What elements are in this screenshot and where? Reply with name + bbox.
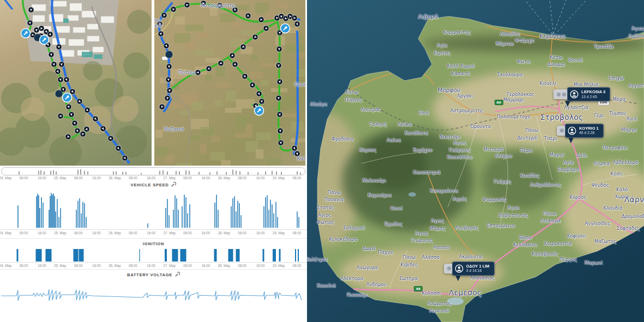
place-label: Παλαιομέτοχο xyxy=(497,114,530,119)
detail-map-2[interactable]: ΑστρομερίτηςΠάνωΖώδειαΠοτάμιΒυζακιάΟρούν… xyxy=(154,0,305,166)
waypoint-arrow-marker[interactable] xyxy=(167,88,172,93)
place-label: Μάμας xyxy=(430,226,446,231)
waypoint-arrow-marker[interactable] xyxy=(65,134,71,139)
vehicle-badge[interactable]: LEFKOSIA 313 d 2:45 xyxy=(567,87,610,101)
event-pin-marker[interactable] xyxy=(40,35,49,45)
waypoint-arrow-marker[interactable] xyxy=(75,128,80,133)
stop-marker[interactable] xyxy=(55,90,63,98)
waypoint-arrow-marker[interactable] xyxy=(58,113,63,119)
place-label: Άγιος xyxy=(431,218,444,223)
driver-avatar-icon xyxy=(568,126,576,135)
waypoint-arrow-marker[interactable] xyxy=(242,74,248,79)
waypoint-arrow-marker[interactable] xyxy=(39,26,44,31)
waypoint-arrow-marker[interactable] xyxy=(294,151,300,156)
waypoint-arrow-marker[interactable] xyxy=(159,104,165,110)
waypoint-arrow-marker[interactable] xyxy=(47,32,53,37)
vehicle-duration: 3 d 14:16 xyxy=(466,269,490,273)
waypoint-arrow-marker[interactable] xyxy=(276,63,281,68)
waypoint-arrow-marker[interactable] xyxy=(240,44,246,50)
waypoint-arrow-marker[interactable] xyxy=(66,104,71,110)
place-label: Αστρομερίτης xyxy=(450,108,484,113)
waypoint-arrow-marker[interactable] xyxy=(232,7,238,13)
waypoint-arrow-marker[interactable] xyxy=(59,62,64,67)
vehicle-speed-chart[interactable] xyxy=(0,189,307,229)
event-pin-marker[interactable] xyxy=(21,29,31,38)
place-label: Κυπερούντα xyxy=(430,188,458,193)
waypoint-arrow-marker[interactable] xyxy=(218,60,224,66)
waypoint-arrow-marker[interactable] xyxy=(55,69,61,74)
waypoint-arrow-marker[interactable] xyxy=(294,21,300,27)
place-label: Ευρύχου xyxy=(413,147,432,153)
wrench-icon[interactable] xyxy=(171,181,176,187)
stop-marker[interactable] xyxy=(165,51,173,58)
waypoint-arrow-marker[interactable] xyxy=(256,91,262,96)
waypoint-arrow-marker[interactable] xyxy=(252,34,258,40)
waypoint-arrow-marker[interactable] xyxy=(278,140,284,145)
waypoint-arrow-marker[interactable] xyxy=(217,3,222,8)
waypoint-arrow-marker[interactable] xyxy=(292,145,297,151)
wrench-icon[interactable] xyxy=(174,271,180,277)
waypoint-arrow-marker[interactable] xyxy=(58,77,63,82)
waypoint-arrow-marker[interactable] xyxy=(122,155,128,161)
waypoint-arrow-marker[interactable] xyxy=(232,62,238,67)
waypoint-arrow-marker[interactable] xyxy=(166,64,172,69)
waypoint-arrow-marker[interactable] xyxy=(184,2,190,8)
vehicle-badge[interactable]: KOYRIO 145 d 2:28 xyxy=(565,124,604,138)
waypoint-arrow-marker[interactable] xyxy=(164,43,169,48)
detail-map-1[interactable] xyxy=(0,0,152,166)
vehicle-badge[interactable]: ΟΔΟΥ 1 LIM3 d 14:16 xyxy=(452,262,495,276)
waypoint-arrow-marker[interactable] xyxy=(93,116,98,121)
waypoint-arrow-marker[interactable] xyxy=(277,79,282,84)
waypoint-arrow-marker[interactable] xyxy=(77,99,82,104)
waypoint-arrow-marker[interactable] xyxy=(27,20,33,26)
waypoint-arrow-marker[interactable] xyxy=(165,95,170,101)
waypoint-arrow-marker[interactable] xyxy=(278,128,283,133)
waypoint-arrow-marker[interactable] xyxy=(166,77,171,82)
waypoint-arrow-marker[interactable] xyxy=(157,21,162,27)
waypoint-arrow-marker[interactable] xyxy=(276,95,281,101)
waypoint-arrow-marker[interactable] xyxy=(206,66,212,71)
timeline-scrubber[interactable] xyxy=(1,167,305,175)
place-label: Βαρβάρα xyxy=(558,167,579,172)
waypoint-arrow-marker[interactable] xyxy=(56,44,62,50)
waypoint-arrow-marker[interactable] xyxy=(49,52,54,57)
waypoint-arrow-marker[interactable] xyxy=(201,1,206,6)
place-label: Τραπέζα xyxy=(594,44,613,49)
event-pin-marker[interactable] xyxy=(281,24,290,33)
waypoint-arrow-marker[interactable] xyxy=(69,112,74,117)
waypoint-arrow-marker[interactable] xyxy=(80,131,86,137)
waypoint-arrow-marker[interactable] xyxy=(108,136,113,141)
waypoint-arrow-marker[interactable] xyxy=(158,31,164,37)
event-pin-marker[interactable] xyxy=(63,93,72,102)
place-label: Στρόβολος xyxy=(540,113,583,121)
axis-tick-label: 27. May xyxy=(163,176,175,180)
waypoint-arrow-marker[interactable] xyxy=(263,26,269,31)
place-label: Αλέκτορα xyxy=(340,276,363,281)
waypoint-arrow-marker[interactable] xyxy=(84,126,89,132)
waypoint-arrow-marker[interactable] xyxy=(230,53,235,58)
place-label: Άγιος xyxy=(415,230,428,236)
waypoint-arrow-marker[interactable] xyxy=(258,17,264,22)
waypoint-arrow-marker[interactable] xyxy=(64,77,69,82)
waypoint-arrow-marker[interactable] xyxy=(28,7,34,13)
waypoint-arrow-marker[interactable] xyxy=(245,13,251,19)
waypoint-arrow-marker[interactable] xyxy=(85,107,90,113)
waypoint-arrow-marker[interactable] xyxy=(259,99,264,104)
waypoint-arrow-marker[interactable] xyxy=(161,13,167,18)
waypoint-arrow-marker[interactable] xyxy=(51,62,57,67)
axis-tick-label: 08:00 xyxy=(129,231,137,235)
event-pin-marker[interactable] xyxy=(255,106,264,116)
ignition-chart[interactable] xyxy=(0,248,307,262)
waypoint-arrow-marker[interactable] xyxy=(116,145,121,151)
battery-voltage-chart[interactable] xyxy=(0,278,307,312)
overview-map-cyprus[interactable]: ΛιβεράΚορμακίτηςΛάπηθοςΦτέριχαΚερύνειαΤρ… xyxy=(307,0,644,322)
waypoint-arrow-marker[interactable] xyxy=(171,7,176,12)
waypoint-arrow-marker[interactable] xyxy=(195,70,201,75)
waypoint-arrow-marker[interactable] xyxy=(292,15,297,21)
waypoint-arrow-marker[interactable] xyxy=(72,120,77,126)
waypoint-arrow-marker[interactable] xyxy=(70,89,75,94)
waypoint-arrow-marker[interactable] xyxy=(277,112,282,117)
waypoint-arrow-marker[interactable] xyxy=(100,126,106,131)
waypoint-arrow-marker[interactable] xyxy=(250,82,255,88)
waypoint-arrow-marker[interactable] xyxy=(276,46,282,52)
